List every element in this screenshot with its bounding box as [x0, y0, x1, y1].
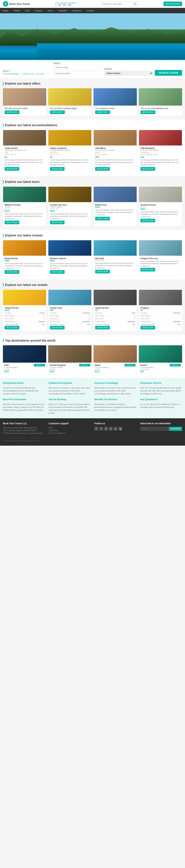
footer-info1: 24/7 customer support: (000) 000-0000 [3, 430, 45, 432]
googleplus-icon[interactable]: g [104, 427, 108, 431]
type-cruise[interactable]: ⚪ Cruise [35, 73, 44, 75]
feature-title-4: Best Price Guarantee [3, 398, 45, 402]
destinations-grid: USA VIEW ALL 1 accommodation 1 tours $10… [3, 345, 182, 374]
dest-body-3: Greece VIEW ALL 1 accommodation 1 car re… [139, 363, 182, 374]
feature-title-1: Detailed Descriptions [49, 382, 91, 385]
my-account-button[interactable]: MY ACCOUNT [163, 2, 182, 6]
offer-hotel-btn[interactable]: MORE INFO [5, 111, 20, 114]
dest-info2-1: 4 Tours [50, 368, 90, 370]
cruise-image-1 [49, 240, 91, 256]
dest-view-btn-0[interactable]: VIEW ALL [34, 364, 45, 367]
cruise-image-0 [3, 240, 46, 256]
feature-desc-1: We've done our research. Our scouts are … [49, 386, 91, 395]
tour-name-2: Balkan tour [95, 204, 135, 206]
car-btn-1[interactable]: BOOK NOW [50, 326, 65, 330]
tour-btn-0[interactable]: BOOK NOW [5, 221, 19, 224]
logo-icon: ✈ [3, 1, 8, 6]
footer-link-faq[interactable]: FAQ [49, 427, 91, 429]
car-btn-3[interactable]: BOOK NOW [141, 326, 155, 330]
car-price-1: $40 [50, 309, 90, 311]
tour-btn-3[interactable]: BOOK NOW [141, 219, 155, 222]
dest-info1-2: 1 accommodation [95, 367, 135, 368]
cruise-name-1: Northern Queen [50, 257, 90, 259]
dest-view-btn-2[interactable]: VIEW ALL [124, 364, 135, 367]
tour-btn-2[interactable]: BOOK NOW [95, 217, 110, 220]
accom-card-3: Villa Elizabeth In Via 80, Accomodation … [139, 130, 182, 173]
car-name-0: Yellow Ferrari [5, 307, 44, 309]
search-bar[interactable]: 🔍 [101, 2, 138, 6]
dest-image-0 [3, 345, 46, 363]
feature-0: Handpicked Hotels At least Your Travel s… [3, 382, 45, 395]
accom-name-1: Yellow residence [50, 147, 90, 149]
type-accommodation[interactable]: ⚪ Accommodation [3, 73, 20, 75]
footer-grid: Book Your Travel LLC 1000 Pennsylvania A… [3, 422, 182, 435]
accom-btn-3[interactable]: BOOK NOW [141, 167, 155, 171]
nav-about[interactable]: About Us [70, 8, 84, 13]
checkout-input[interactable] [54, 71, 102, 76]
type-car[interactable]: ⚪ Rent a Car [21, 73, 34, 75]
cruise-btn-2[interactable]: BOOK NOW [95, 270, 110, 273]
search-button[interactable]: 🔍 [132, 2, 138, 6]
cruise-rating-2: ★★ 13 / 16 [95, 259, 135, 261]
offer-car-btn[interactable]: MORE INFO [50, 111, 65, 114]
nav-cruises[interactable]: Cruises [32, 8, 45, 13]
cruise-btn-1[interactable]: BOOK NOW [50, 270, 65, 274]
linkedin-icon[interactable]: in [109, 427, 113, 431]
accommodations-section: Explore our latest accommodations Youth … [0, 120, 185, 176]
nav-tours[interactable]: Tours [45, 8, 56, 13]
feature-desc-6: We provide a cost effective media, a per… [94, 403, 136, 411]
nav-transfers[interactable]: Transfers [56, 8, 70, 13]
cruise-btn-0[interactable]: BOOK NOW [5, 270, 19, 274]
footer-support-title: Customer support [49, 422, 91, 425]
facebook-icon[interactable]: f [94, 427, 98, 431]
youtube-icon[interactable]: ▶ [119, 427, 122, 431]
footer: Book Your Travel LLC 1000 Pennsylvania A… [0, 418, 185, 446]
accom-btn-1[interactable]: BOOK NOW [50, 167, 65, 171]
cruise-btn-3[interactable]: BOOK NOW [141, 268, 155, 272]
accom-image-2 [94, 130, 136, 146]
search-input[interactable] [101, 2, 132, 6]
tour-desc-3: Sed ut perspiciatis unde omnis iste natu… [141, 211, 180, 218]
newsletter-email-input[interactable] [140, 427, 169, 431]
tour-btn-1[interactable]: BOOK NOW [50, 221, 65, 224]
car-spec-row: Max. people5 [50, 314, 90, 317]
car-body-1: Toyota Yaris $40 Car typeEconomy Max. pe… [49, 305, 91, 331]
footer-info2: © 2015 bookyourtravel.com, all rights re… [3, 432, 45, 434]
accom-body-1: Yellow residence In Bright Hills 125 Ave… [49, 146, 91, 172]
location-select[interactable]: Select location [104, 71, 153, 76]
offer-tour-btn[interactable]: MORE INFO [141, 111, 155, 114]
footer-link-terms[interactable]: Terms & Conditions [49, 432, 91, 434]
car-image-1 [49, 290, 91, 305]
tour-image-2 [94, 187, 136, 202]
tour-body-3: Ancient Greece 01 1 0 $500 Sed ut perspi… [139, 202, 182, 224]
search-book-button[interactable]: SEARCH & BOOK [155, 70, 182, 76]
car-spec-row: TransmissionAutomatic [141, 320, 180, 323]
checkin-input[interactable] [54, 65, 102, 70]
footer-link-contact[interactable]: Contact Us [49, 430, 91, 432]
nav-home[interactable]: Home [0, 8, 11, 13]
dest-info1-3: 1 accommodation [140, 367, 181, 368]
offer-cruise-btn[interactable]: MORE INFO [95, 111, 110, 114]
tour-nights-3: 01 1 0 [141, 206, 180, 208]
car-spec-row: Max. people2 [95, 314, 135, 317]
dest-view-btn-1[interactable]: VIEW ALL [79, 364, 90, 367]
support-info: 24/7 Support Number 1 - 800 - 000 - 000 [55, 2, 75, 6]
nav-cars[interactable]: Cars [23, 8, 32, 13]
car-spec-row: Unlimited mileage?No [95, 323, 135, 326]
car-btn-2[interactable]: BOOK NOW [95, 326, 110, 330]
feature-desc-0: At least Your Travel start with the best… [3, 386, 45, 395]
cruise-body-2: Mermaid ★★ 13 / 16 Sed ut perspiciatis u… [94, 256, 136, 275]
dest-card-3: Greece VIEW ALL 1 accommodation 1 car re… [139, 345, 182, 374]
car-btn-0[interactable]: BOOK NOW [5, 326, 19, 330]
nav-hotels[interactable]: Hotels [11, 8, 22, 13]
tour-price-2: $200 [95, 206, 135, 208]
twitter-icon[interactable]: t [99, 427, 103, 431]
cruise-card-1: Northern Queen $800 Sed ut perspiciatis … [48, 240, 92, 276]
accom-btn-0[interactable]: BOOK NOW [5, 167, 19, 171]
dest-view-btn-3[interactable]: VIEW ALL [170, 364, 181, 367]
accom-btn-2[interactable]: BOOK NOW [95, 167, 110, 171]
newsletter-submit-button[interactable]: CONTINUE [169, 427, 182, 431]
pinterest-icon[interactable]: p [114, 427, 118, 431]
feature-4: Best Price Guarantee We offer the best r… [3, 398, 45, 414]
nav-contact[interactable]: Contact [84, 8, 97, 13]
